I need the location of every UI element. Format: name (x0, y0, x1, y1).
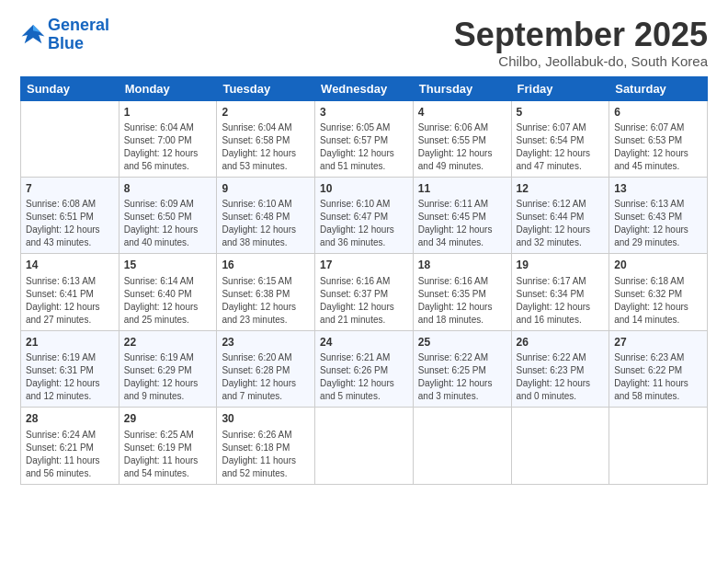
calendar-cell (511, 408, 609, 484)
calendar-cell: 7Sunrise: 6:08 AM Sunset: 6:51 PM Daylig… (21, 177, 119, 253)
day-number: 9 (222, 181, 310, 197)
day-info: Sunrise: 6:10 AM Sunset: 6:48 PM Dayligh… (222, 198, 310, 249)
day-info: Sunrise: 6:13 AM Sunset: 6:43 PM Dayligh… (614, 198, 702, 249)
day-number: 27 (614, 335, 702, 350)
day-info: Sunrise: 6:13 AM Sunset: 6:41 PM Dayligh… (26, 275, 114, 327)
calendar-cell: 30Sunrise: 6:26 AM Sunset: 6:18 PM Dayli… (217, 408, 315, 484)
calendar-cell: 15Sunrise: 6:14 AM Sunset: 6:40 PM Dayli… (119, 254, 217, 330)
day-number: 6 (614, 105, 702, 121)
day-info: Sunrise: 6:11 AM Sunset: 6:45 PM Dayligh… (418, 198, 506, 249)
day-info: Sunrise: 6:07 AM Sunset: 6:54 PM Dayligh… (517, 121, 605, 173)
weekday-header: Monday (119, 76, 217, 100)
day-info: Sunrise: 6:09 AM Sunset: 6:50 PM Dayligh… (124, 198, 212, 249)
day-number: 28 (26, 411, 114, 427)
calendar-cell: 14Sunrise: 6:13 AM Sunset: 6:41 PM Dayli… (21, 254, 119, 330)
day-info: Sunrise: 6:04 AM Sunset: 6:58 PM Dayligh… (222, 121, 310, 173)
calendar-cell: 8Sunrise: 6:09 AM Sunset: 6:50 PM Daylig… (119, 177, 217, 253)
calendar-cell: 29Sunrise: 6:25 AM Sunset: 6:19 PM Dayli… (119, 408, 217, 484)
page-subtitle: Chilbo, Jeollabuk-do, South Korea (454, 53, 708, 69)
calendar-cell: 6Sunrise: 6:07 AM Sunset: 6:53 PM Daylig… (609, 100, 708, 177)
day-number: 19 (517, 258, 605, 273)
day-info: Sunrise: 6:16 AM Sunset: 6:37 PM Dayligh… (320, 275, 408, 327)
calendar-cell (413, 408, 511, 484)
calendar-cell: 17Sunrise: 6:16 AM Sunset: 6:37 PM Dayli… (315, 254, 414, 330)
calendar-cell: 11Sunrise: 6:11 AM Sunset: 6:45 PM Dayli… (413, 177, 511, 253)
day-number: 20 (614, 258, 702, 273)
day-number: 4 (418, 105, 506, 121)
day-number: 25 (418, 335, 506, 350)
calendar-cell: 13Sunrise: 6:13 AM Sunset: 6:43 PM Dayli… (609, 177, 708, 253)
calendar-cell: 19Sunrise: 6:17 AM Sunset: 6:34 PM Dayli… (511, 254, 609, 330)
weekday-header: Friday (511, 76, 609, 100)
weekday-header: Wednesday (315, 76, 414, 100)
day-number: 30 (222, 411, 310, 427)
logo-bird-icon (20, 22, 46, 48)
day-info: Sunrise: 6:26 AM Sunset: 6:18 PM Dayligh… (222, 429, 310, 480)
day-number: 24 (320, 335, 408, 350)
calendar-cell: 10Sunrise: 6:10 AM Sunset: 6:47 PM Dayli… (315, 177, 414, 253)
day-info: Sunrise: 6:19 AM Sunset: 6:31 PM Dayligh… (26, 351, 114, 403)
day-number: 2 (222, 105, 310, 121)
day-number: 16 (222, 258, 310, 273)
day-info: Sunrise: 6:10 AM Sunset: 6:47 PM Dayligh… (320, 198, 408, 249)
day-number: 1 (124, 105, 212, 121)
day-info: Sunrise: 6:16 AM Sunset: 6:35 PM Dayligh… (418, 275, 506, 327)
day-info: Sunrise: 6:19 AM Sunset: 6:29 PM Dayligh… (124, 351, 212, 403)
calendar-cell: 16Sunrise: 6:15 AM Sunset: 6:38 PM Dayli… (217, 254, 315, 330)
weekday-header: Saturday (609, 76, 708, 100)
calendar-cell: 24Sunrise: 6:21 AM Sunset: 6:26 PM Dayli… (315, 330, 414, 407)
day-number: 5 (517, 105, 605, 121)
day-info: Sunrise: 6:24 AM Sunset: 6:21 PM Dayligh… (26, 429, 114, 480)
calendar-cell: 28Sunrise: 6:24 AM Sunset: 6:21 PM Dayli… (21, 408, 119, 484)
day-number: 29 (124, 411, 212, 427)
day-info: Sunrise: 6:14 AM Sunset: 6:40 PM Dayligh… (124, 275, 212, 327)
day-number: 21 (26, 335, 114, 350)
calendar-cell (609, 408, 708, 484)
calendar-cell: 21Sunrise: 6:19 AM Sunset: 6:31 PM Dayli… (21, 330, 119, 407)
day-info: Sunrise: 6:04 AM Sunset: 7:00 PM Dayligh… (124, 121, 212, 173)
day-number: 14 (26, 258, 114, 273)
day-number: 18 (418, 258, 506, 273)
calendar-cell: 2Sunrise: 6:04 AM Sunset: 6:58 PM Daylig… (217, 100, 315, 177)
page-title: September 2025 (454, 17, 708, 53)
day-number: 26 (517, 335, 605, 350)
weekday-header: Thursday (413, 76, 511, 100)
day-info: Sunrise: 6:23 AM Sunset: 6:22 PM Dayligh… (614, 351, 702, 403)
day-number: 3 (320, 105, 408, 121)
calendar-cell (315, 408, 414, 484)
calendar-cell: 27Sunrise: 6:23 AM Sunset: 6:22 PM Dayli… (609, 330, 708, 407)
day-number: 10 (320, 181, 408, 197)
day-number: 22 (124, 335, 212, 350)
logo: General Blue (20, 17, 109, 53)
calendar-cell: 9Sunrise: 6:10 AM Sunset: 6:48 PM Daylig… (217, 177, 315, 253)
day-info: Sunrise: 6:15 AM Sunset: 6:38 PM Dayligh… (222, 275, 310, 327)
calendar-cell: 26Sunrise: 6:22 AM Sunset: 6:23 PM Dayli… (511, 330, 609, 407)
day-info: Sunrise: 6:20 AM Sunset: 6:28 PM Dayligh… (222, 351, 310, 403)
weekday-header: Tuesday (217, 76, 315, 100)
calendar-cell: 22Sunrise: 6:19 AM Sunset: 6:29 PM Dayli… (119, 330, 217, 407)
day-number: 12 (517, 181, 605, 197)
day-info: Sunrise: 6:12 AM Sunset: 6:44 PM Dayligh… (517, 198, 605, 249)
calendar-cell: 25Sunrise: 6:22 AM Sunset: 6:25 PM Dayli… (413, 330, 511, 407)
day-info: Sunrise: 6:22 AM Sunset: 6:25 PM Dayligh… (418, 351, 506, 403)
calendar-cell (21, 100, 119, 177)
calendar-cell: 3Sunrise: 6:05 AM Sunset: 6:57 PM Daylig… (315, 100, 414, 177)
day-number: 11 (418, 181, 506, 197)
day-number: 8 (124, 181, 212, 197)
calendar-table: SundayMondayTuesdayWednesdayThursdayFrid… (20, 76, 708, 485)
day-number: 15 (124, 258, 212, 273)
calendar-cell: 1Sunrise: 6:04 AM Sunset: 7:00 PM Daylig… (119, 100, 217, 177)
calendar-cell: 23Sunrise: 6:20 AM Sunset: 6:28 PM Dayli… (217, 330, 315, 407)
weekday-header: Sunday (21, 76, 119, 100)
calendar-cell: 18Sunrise: 6:16 AM Sunset: 6:35 PM Dayli… (413, 254, 511, 330)
day-info: Sunrise: 6:07 AM Sunset: 6:53 PM Dayligh… (614, 121, 702, 173)
calendar-cell: 12Sunrise: 6:12 AM Sunset: 6:44 PM Dayli… (511, 177, 609, 253)
logo-line1: General (48, 16, 109, 34)
day-number: 23 (222, 335, 310, 350)
logo-line2: Blue (48, 35, 109, 53)
day-info: Sunrise: 6:22 AM Sunset: 6:23 PM Dayligh… (517, 351, 605, 403)
day-info: Sunrise: 6:17 AM Sunset: 6:34 PM Dayligh… (517, 275, 605, 327)
calendar-cell: 5Sunrise: 6:07 AM Sunset: 6:54 PM Daylig… (511, 100, 609, 177)
day-info: Sunrise: 6:08 AM Sunset: 6:51 PM Dayligh… (26, 198, 114, 249)
day-number: 13 (614, 181, 702, 197)
